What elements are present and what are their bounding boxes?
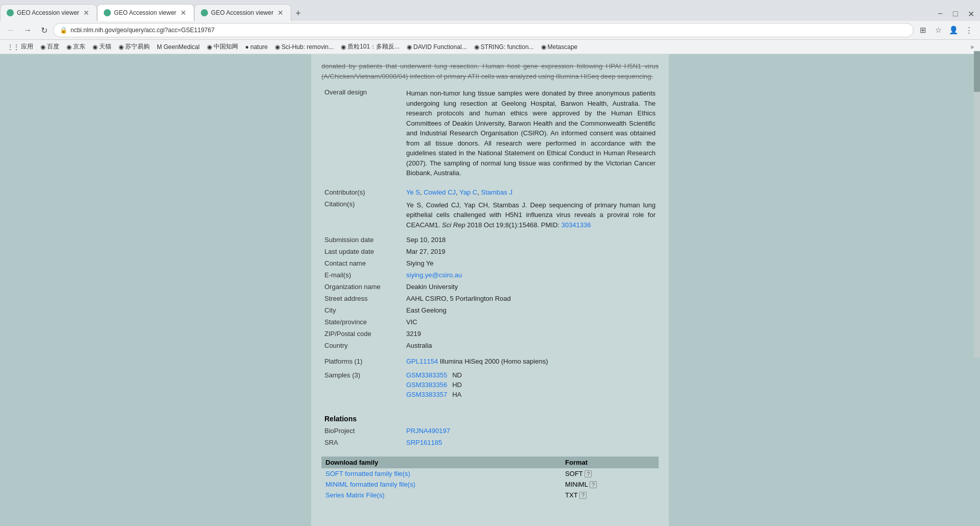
plasmid-icon: ◉ — [341, 43, 346, 51]
metascape-icon: ◉ — [541, 43, 546, 51]
geenmedical-icon: M — [157, 43, 162, 51]
platforms-label: Platforms (1) — [321, 355, 403, 367]
contributor-yap-link[interactable]: Yap C — [459, 188, 477, 196]
bioproject-label: BioProject — [321, 425, 403, 437]
new-tab-button[interactable]: + — [291, 6, 305, 21]
sra-row: SRA SRP161185 — [321, 437, 659, 448]
contributor-ye-link[interactable]: Ye S — [406, 188, 420, 196]
forward-button[interactable]: → — [20, 23, 35, 37]
email-link[interactable]: siying.ye@csiro.au — [406, 271, 462, 279]
city-row: City East Geelong — [321, 304, 659, 316]
soft-file-link[interactable]: SOFT formatted family file(s) — [325, 470, 410, 477]
bookmark-label: STRING: function... — [481, 43, 534, 51]
bookmark-baidu[interactable]: ◉ 百度 — [37, 41, 62, 53]
samples-label: Samples (3) — [321, 369, 403, 400]
bookmarks-more-icon[interactable]: » — [968, 42, 976, 52]
sra-label: SRA — [321, 437, 403, 448]
platforms-value: GPL11154 Illumina HiSeq 2000 (Homo sapie… — [403, 355, 659, 367]
bookmark-cnki[interactable]: ◉ 中国知网 — [204, 41, 241, 53]
sample-gsm1-link[interactable]: GSM3383355 — [406, 371, 447, 379]
overall-design-row: Overall design Human non-tumor lung tiss… — [321, 86, 659, 180]
tab-close-1[interactable]: ✕ — [82, 9, 90, 17]
translate-icon[interactable]: ⊞ — [916, 23, 930, 37]
bookmark-label: 中国知网 — [214, 42, 238, 51]
state-value: VIC — [403, 316, 659, 328]
bookmark-label: GeenMedical — [164, 43, 200, 51]
bookmark-suning[interactable]: ◉ 苏宁易购 — [115, 41, 153, 53]
contact-name-label: Contact name — [321, 257, 403, 269]
txt-help-icon[interactable]: ? — [579, 492, 587, 499]
txt-file-link[interactable]: Series Matrix File(s) — [325, 491, 385, 499]
street-row: Street address AAHL CSIRO, 5 Portarlingt… — [321, 293, 659, 304]
sample-gsm3-desc: HA — [452, 391, 461, 398]
refresh-button[interactable]: ↻ — [37, 23, 51, 37]
contributors-row: Contributor(s) Ye S, Cowled CJ, Yap C, S… — [321, 186, 659, 198]
submission-date-label: Submission date — [321, 234, 403, 246]
sra-link[interactable]: SRP161185 — [406, 439, 442, 446]
org-name-value: Deakin University — [403, 281, 659, 293]
apps-icon: ⋮⋮ — [7, 43, 19, 51]
bookmark-label: 质粒101：多顾反... — [347, 42, 400, 51]
relations-table: BioProject PRJNA490197 SRA SRP161185 — [321, 425, 659, 448]
bookmark-jd[interactable]: ◉ 京东 — [63, 41, 88, 53]
bioproject-link[interactable]: PRJNA490197 — [406, 427, 450, 435]
citation-year: 2018 Oct 19;8(1):15468. PMID: — [467, 221, 561, 229]
org-name-label: Organization name — [321, 281, 403, 293]
org-name-row: Organization name Deakin University — [321, 281, 659, 293]
soft-help-icon[interactable]: ? — [585, 470, 592, 477]
citation-label: Citation(s) — [321, 198, 403, 232]
sample-gsm3-link[interactable]: GSM3383357 — [406, 391, 447, 398]
bookmark-tianmao[interactable]: ◉ 天猫 — [89, 41, 114, 53]
bookmark-scihub[interactable]: ◉ Sci-Hub: removin... — [272, 42, 337, 52]
nature-icon: ● — [245, 43, 249, 51]
bookmark-plasmid[interactable]: ◉ 质粒101：多顾反... — [338, 41, 403, 53]
bookmark-david[interactable]: ◉ DAVID Functional... — [404, 42, 470, 52]
submission-date-row: Submission date Sep 10, 2018 — [321, 234, 659, 246]
bookmark-label: nature — [250, 43, 268, 51]
bookmark-geenmedical[interactable]: M GeenMedical — [154, 42, 203, 52]
country-row: Country Australia — [321, 340, 659, 351]
minimize-button[interactable]: − — [933, 7, 947, 21]
address-bar[interactable]: 🔒 ncbi.nlm.nih.gov/geo/query/acc.cgi?acc… — [53, 23, 914, 37]
platform-link[interactable]: GPL11154 — [406, 357, 438, 365]
close-window-button[interactable]: ✕ — [964, 7, 978, 21]
miniml-help-icon[interactable]: ? — [590, 481, 597, 488]
scrollbar[interactable] — [974, 51, 980, 357]
samples-value: GSM3383355 ND GSM3383356 HD GSM3383357 H… — [403, 369, 659, 400]
tab-3[interactable]: GEO Accession viewer ✕ — [194, 4, 291, 21]
maximize-button[interactable]: □ — [948, 7, 963, 21]
miniml-file-link[interactable]: MINiML formatted family file(s) — [325, 481, 415, 488]
format-header: Format — [561, 457, 659, 468]
bookmark-metascape[interactable]: ◉ Metascape — [538, 42, 581, 52]
zip-value: 3219 — [403, 328, 659, 340]
street-value: AAHL CSIRO, 5 Portarlington Road — [403, 293, 659, 304]
citation-pmid-link[interactable]: 30341336 — [562, 221, 591, 229]
bookmark-label: 苏宁易购 — [125, 42, 150, 51]
download-txt-format: TXT ? — [561, 490, 659, 500]
tab-2[interactable]: GEO Accession viewer ✕ — [97, 4, 194, 21]
contributor-cowled-link[interactable]: Cowled CJ — [424, 188, 456, 196]
bookmark-apps[interactable]: ⋮⋮ 应用 — [4, 41, 36, 53]
tab-close-3[interactable]: ✕ — [276, 9, 285, 17]
scrollbar-thumb[interactable] — [974, 51, 980, 92]
street-label: Street address — [321, 293, 403, 304]
download-header-row: Download family Format — [321, 457, 659, 468]
menu-icon[interactable]: ⋮ — [962, 23, 976, 37]
tab-favicon-2 — [104, 9, 111, 16]
bookmark-string[interactable]: ◉ STRING: function... — [471, 42, 537, 52]
country-value: Australia — [403, 340, 659, 351]
sample-gsm2-desc: HD — [452, 381, 462, 389]
profile-icon[interactable]: 👤 — [946, 23, 961, 37]
sample-gsm2-link[interactable]: GSM3383356 — [406, 381, 447, 389]
download-miniml-format: MINiML ? — [561, 479, 659, 490]
bookmark-star-icon[interactable]: ☆ — [931, 23, 945, 37]
contributor-stambas-link[interactable]: Stambas J — [481, 188, 512, 196]
download-txt-link: Series Matrix File(s) — [321, 490, 561, 500]
tab-1[interactable]: GEO Accession viewer ✕ — [0, 4, 97, 21]
back-button[interactable]: ← — [4, 23, 18, 37]
bookmark-nature[interactable]: ● nature — [242, 42, 271, 52]
bookmark-label: Metascape — [548, 43, 578, 51]
contact-name-row: Contact name Siying Ye — [321, 257, 659, 269]
bookmarks-bar: ⋮⋮ 应用 ◉ 百度 ◉ 京东 ◉ 天猫 ◉ 苏宁易购 M GeenMedica… — [0, 40, 980, 54]
tab-close-2[interactable]: ✕ — [179, 9, 188, 17]
